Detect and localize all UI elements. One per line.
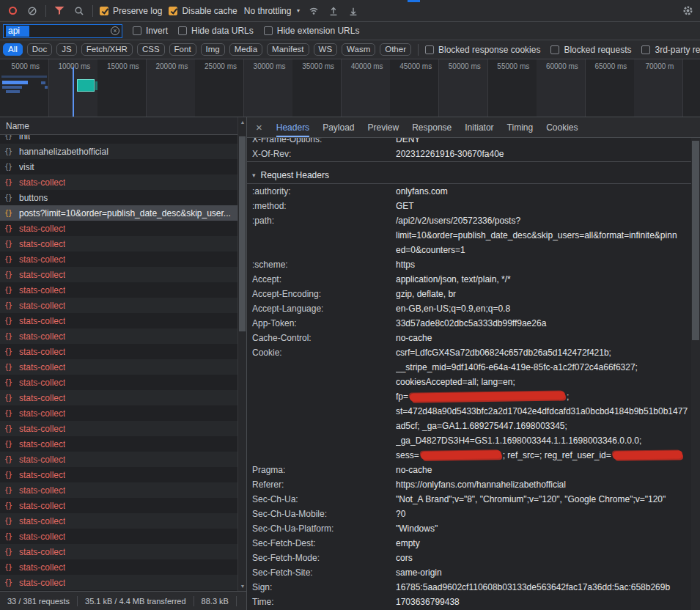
request-row[interactable]: {}init [0,135,246,144]
request-row[interactable]: {}stats-collect [0,421,246,436]
request-row[interactable]: {}visit [0,159,246,174]
type-chip-doc[interactable]: Doc [27,43,52,56]
hide-extension-urls-checkbox[interactable]: Hide extension URLs [264,26,360,36]
request-row[interactable]: {}hannahelizabethofficial [0,144,246,159]
har-import-button[interactable] [327,4,340,18]
type-chip-img[interactable]: Img [201,43,225,56]
request-type-icon: {} [4,378,15,386]
header-row: Accept-Encoding:gzip, deflate, br [247,287,700,301]
request-row[interactable]: {}stats-collect [0,282,246,298]
request-row[interactable]: {}stats-collect [0,498,246,513]
request-headers-section[interactable]: ▾Request Headers [247,166,700,184]
scroll-up-icon[interactable]: ▲ [238,120,247,125]
header-name: Time: [252,595,396,609]
settings-gear-button[interactable] [681,4,694,18]
request-row[interactable]: {}stats-collect [0,390,246,405]
request-row[interactable]: {}stats-collect [0,482,246,498]
request-row[interactable]: {}stats-collect [0,529,246,544]
request-row[interactable]: {}stats-collect [0,236,246,251]
disable-cache-checkbox[interactable]: Disable cache [169,6,237,16]
request-row[interactable]: {}stats-collect [0,575,246,590]
request-row[interactable]: {}stats-collect [0,328,246,344]
request-row[interactable]: {}stats-collect [0,559,246,575]
type-chip-font[interactable]: Font [169,43,196,56]
request-row[interactable]: {}stats-collect [0,544,246,559]
request-row[interactable]: {}stats-collect [0,251,246,267]
type-chip-manifest[interactable]: Manifest [267,43,309,56]
blocked-requests-checkbox[interactable]: Blocked requests [550,45,631,55]
request-row[interactable]: {}stats-collect [0,452,246,467]
timeline-tick-label: 10000 ms [58,62,90,70]
clear-button[interactable] [26,4,39,18]
request-row[interactable]: {}stats-collect [0,513,246,529]
section-title: Request Headers [261,170,329,180]
blocked-response-cookies-checkbox[interactable]: Blocked response cookies [425,45,540,55]
tab-response[interactable]: Response [412,117,452,137]
request-row[interactable]: {}stats-collect [0,436,246,452]
throttling-select[interactable]: No throttling ▼ [244,6,301,16]
type-chip-other[interactable]: Other [380,43,411,56]
filter-toggle-button[interactable] [53,4,66,18]
request-row[interactable]: {}buttons [0,190,246,205]
scrollbar-thumb[interactable] [239,136,246,331]
tab-headers[interactable]: Headers [276,117,309,137]
request-type-icon: {} [4,317,15,325]
search-button[interactable] [73,4,86,18]
request-row[interactable]: {}stats-collect [0,267,246,282]
network-filter-bar: api × Invert Hide data URLs Hide extensi… [0,22,700,40]
request-row[interactable]: {}stats-collect [0,375,246,390]
tab-cookies[interactable]: Cookies [546,117,578,137]
request-name: buttons [19,193,48,203]
timeline-activity-bar [2,81,28,84]
3rd-party-requests-checkbox[interactable]: 3rd-party requests [641,45,700,55]
request-details-panel: × HeadersPayloadPreviewResponseInitiator… [247,117,700,610]
header-row: X-Of-Rev:202312261916-30670fa40e [247,147,700,162]
type-chip-ws[interactable]: WS [314,43,338,56]
hide-data-urls-checkbox[interactable]: Hide data URLs [178,26,254,36]
filter-input[interactable]: api × [3,24,122,38]
header-value: "Windows" [396,521,700,536]
header-row: Accept-Language:en-GB,en-US;q=0.9,en;q=0… [247,301,700,316]
request-row[interactable]: {}stats-collect [0,298,246,313]
scrollbar-thumb[interactable] [692,141,699,340]
timeline-overview[interactable]: 5000 ms10000 ms15000 ms20000 ms25000 ms3… [0,59,700,117]
tab-payload[interactable]: Payload [323,117,354,137]
request-name: stats-collect [19,547,65,557]
list-scrollbar[interactable]: ▲ ▼ [237,117,246,591]
request-name: stats-collect [19,224,65,234]
request-row[interactable]: {}stats-collect [0,313,246,328]
request-row[interactable]: {}stats-collect [0,405,246,421]
record-button[interactable] [6,4,19,18]
request-row-selected[interactable]: {}posts?limit=10&order=publish_date_desc… [0,205,246,221]
type-chip-wasm[interactable]: Wasm [342,43,375,56]
type-chip-css[interactable]: CSS [137,43,165,56]
type-chip-fetch-xhr[interactable]: Fetch/XHR [81,43,133,56]
details-scrollbar[interactable] [691,138,700,610]
clear-filter-icon[interactable]: × [111,26,119,35]
request-type-icon: {} [4,301,15,309]
scroll-down-icon[interactable]: ▼ [238,584,247,589]
type-chip-js[interactable]: JS [56,43,76,56]
network-conditions-button[interactable] [307,4,320,18]
request-row[interactable]: {}stats-collect [0,344,246,359]
name-column-header[interactable]: Name [0,117,246,135]
preserve-log-checkbox[interactable]: Preserve log [100,6,162,16]
close-details-button[interactable]: × [256,122,262,133]
invert-checkbox[interactable]: Invert [133,26,168,36]
request-row[interactable]: {}stats-collect [0,359,246,375]
request-type-icon: {} [4,517,15,525]
tab-timing[interactable]: Timing [507,117,534,137]
tab-preview[interactable]: Preview [368,117,399,137]
type-chip-all[interactable]: All [3,43,23,56]
request-type-icon: {} [4,332,15,340]
har-export-button[interactable] [347,4,360,18]
request-row[interactable]: {}stats-collect [0,467,246,482]
tab-initiator[interactable]: Initiator [465,117,493,137]
request-type-icon: {} [4,286,15,294]
request-name: posts?limit=10&order=publish_date_desc&s… [19,208,231,218]
type-chip-media[interactable]: Media [229,43,262,56]
request-row[interactable]: {}stats-collect [0,221,246,236]
request-row[interactable]: {}stats-collect [0,174,246,190]
header-row: Pragma:no-cache [247,463,700,477]
header-name: Sign: [252,580,396,595]
